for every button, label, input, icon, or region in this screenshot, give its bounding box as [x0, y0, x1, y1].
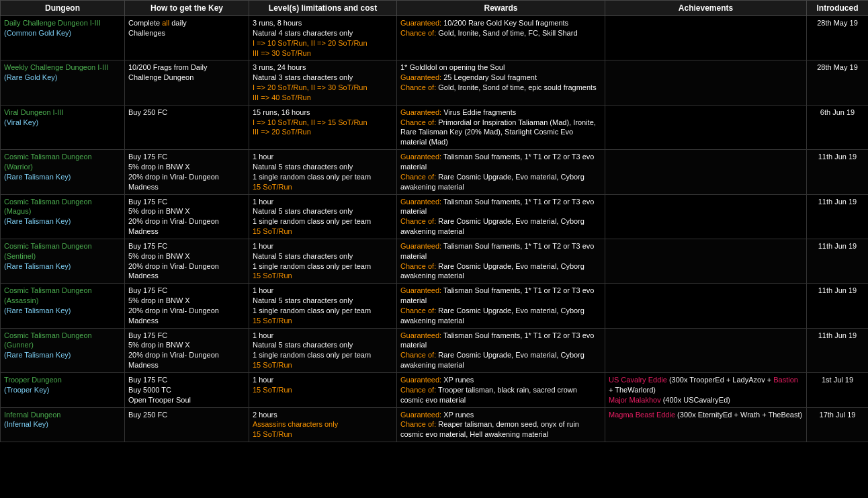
rewards-cell: Guaranteed: Talisman Soul framents, 1* T… — [397, 150, 605, 194]
dungeon-cell: Viral Dungeon I-III(Viral Key) — [1, 105, 125, 149]
dungeon-cell: Cosmic Talisman Dungeon (Magus)(Rare Tal… — [1, 194, 125, 239]
achievements-cell: Magma Beast Eddie (300x EternityEd + Wra… — [605, 407, 807, 442]
dungeon-cell: Trooper Dungeon(Trooper Key) — [1, 373, 125, 408]
achievements-cell — [605, 328, 807, 372]
rewards-cell: Guaranteed: Talisman Soul framents, 1* T… — [397, 328, 605, 372]
header-achievements: Achievements — [605, 1, 807, 16]
dungeon-name: Trooper Dungeon — [4, 375, 121, 385]
introduced-cell: 17th Jul 19 — [807, 407, 869, 442]
level-cell: 1 hourNatural 5 stars characters only1 s… — [249, 328, 397, 372]
introduced-cell: 11th Jun 19 — [807, 239, 869, 283]
achievements-cell — [605, 60, 807, 105]
key-name-label: (Rare Talisman Key) — [4, 306, 121, 316]
key-how-cell: Buy 175 FC5% drop in BNW X20% drop in Vi… — [125, 239, 249, 283]
table-row: Viral Dungeon I-III(Viral Key)Buy 250 FC… — [1, 105, 869, 149]
key-name-label: (Viral Key) — [4, 118, 121, 128]
table-row: Weekly Challenge Dungeon I-III(Rare Gold… — [1, 60, 869, 105]
key-name-label: (Infernal Key) — [4, 419, 121, 429]
introduced-cell: 11th Jun 19 — [807, 328, 869, 372]
achievements-cell — [605, 105, 807, 149]
header-introduced: Introduced — [807, 1, 869, 16]
key-how-cell: 10/200 Frags from DailyChallenge Dungeon — [125, 60, 249, 105]
introduced-cell: 28th May 19 — [807, 60, 869, 105]
rewards-cell: Guaranteed: 10/200 Rare Gold Key Soul fr… — [397, 16, 605, 60]
key-name-label: (Rare Talisman Key) — [4, 350, 121, 360]
level-cell: 1 hour15 SoT/Run — [249, 373, 397, 408]
introduced-cell: 6th Jun 19 — [807, 105, 869, 149]
key-how-cell: Buy 175 FCBuy 5000 TCOpen Trooper Soul — [125, 373, 249, 408]
rewards-cell: Guaranteed: Talisman Soul framents, 1* T… — [397, 194, 605, 239]
rewards-cell: Guaranteed: XP runesChance of: Reaper ta… — [397, 407, 605, 442]
key-name-label: (Common Gold Key) — [4, 28, 121, 38]
level-cell: 1 hourNatural 5 stars characters only1 s… — [249, 150, 397, 194]
dungeon-name: Cosmic Talisman Dungeon (Warrior) — [4, 152, 121, 172]
dungeon-name: Infernal Dungeon — [4, 410, 121, 420]
dungeon-cell: Cosmic Talisman Dungeon (Assassin)(Rare … — [1, 284, 125, 328]
header-rewards: Rewards — [397, 1, 605, 16]
table-row: Cosmic Talisman Dungeon (Magus)(Rare Tal… — [1, 194, 869, 239]
achievements-cell — [605, 284, 807, 328]
header-level: Level(s) limitations and cost — [249, 1, 397, 16]
key-how-cell: Complete all dailyChallenges — [125, 16, 249, 60]
dungeon-name: Daily Challenge Dungeon I-III — [4, 18, 121, 28]
dungeon-cell: Daily Challenge Dungeon I-III(Common Gol… — [1, 16, 125, 60]
dungeon-cell: Infernal Dungeon(Infernal Key) — [1, 407, 125, 442]
key-name-label: (Rare Talisman Key) — [4, 172, 121, 182]
introduced-cell: 11th Jun 19 — [807, 150, 869, 194]
achievements-cell — [605, 239, 807, 283]
key-name-label: (Rare Talisman Key) — [4, 261, 121, 272]
level-cell: 1 hourNatural 5 stars characters only1 s… — [249, 239, 397, 283]
achievements-cell — [605, 194, 807, 239]
table-row: Cosmic Talisman Dungeon (Warrior)(Rare T… — [1, 150, 869, 194]
key-name-label: (Rare Talisman Key) — [4, 216, 121, 226]
level-cell: 2 hoursAssassins characters only15 SoT/R… — [249, 407, 397, 442]
introduced-cell: 28th May 19 — [807, 16, 869, 60]
table-row: Cosmic Talisman Dungeon (Gunner)(Rare Ta… — [1, 328, 869, 372]
key-how-cell: Buy 250 FC — [125, 407, 249, 442]
introduced-cell: 1st Jul 19 — [807, 373, 869, 408]
dungeon-cell: Weekly Challenge Dungeon I-III(Rare Gold… — [1, 60, 125, 105]
key-how-cell: Buy 175 FC5% drop in BNW X20% drop in Vi… — [125, 150, 249, 194]
level-cell: 1 hourNatural 5 stars characters only1 s… — [249, 284, 397, 328]
achievements-cell — [605, 150, 807, 194]
rewards-cell: Guaranteed: Talisman Soul framents, 1* T… — [397, 239, 605, 283]
header-key: How to get the Key — [125, 1, 249, 16]
rewards-cell: Guaranteed: Virus Eddie fragmentsChance … — [397, 105, 605, 149]
dungeon-name: Cosmic Talisman Dungeon (Gunner) — [4, 331, 121, 351]
introduced-cell: 11th Jun 19 — [807, 194, 869, 239]
level-cell: 1 hourNatural 5 stars characters only1 s… — [249, 194, 397, 239]
key-how-cell: Buy 175 FC5% drop in BNW X20% drop in Vi… — [125, 328, 249, 372]
dungeon-name: Weekly Challenge Dungeon I-III — [4, 63, 121, 73]
achievements-cell — [605, 16, 807, 60]
dungeon-cell: Cosmic Talisman Dungeon (Gunner)(Rare Ta… — [1, 328, 125, 372]
dungeon-cell: Cosmic Talisman Dungeon (Sentinel)(Rare … — [1, 239, 125, 283]
rewards-cell: Guaranteed: XP runesChance of: Trooper t… — [397, 373, 605, 408]
introduced-cell: 11th Jun 19 — [807, 284, 869, 328]
table-row: Cosmic Talisman Dungeon (Assassin)(Rare … — [1, 284, 869, 328]
level-cell: 3 runs, 24 hoursNatural 3 stars characte… — [249, 60, 397, 105]
table-row: Cosmic Talisman Dungeon (Sentinel)(Rare … — [1, 239, 869, 283]
level-cell: 15 runs, 16 hoursI => 10 SoT/Run, II => … — [249, 105, 397, 149]
table-row: Trooper Dungeon(Trooper Key)Buy 175 FCBu… — [1, 373, 869, 408]
rewards-cell: Guaranteed: Talisman Soul framents, 1* T… — [397, 284, 605, 328]
dungeon-name: Cosmic Talisman Dungeon (Assassin) — [4, 286, 121, 306]
dungeon-name: Viral Dungeon I-III — [4, 108, 121, 118]
achievements-cell: US Cavalry Eddie (300x TrooperEd + LadyA… — [605, 373, 807, 408]
rewards-cell: 1* GoldIdol on opening the SoulGuarantee… — [397, 60, 605, 105]
dungeon-name: Cosmic Talisman Dungeon (Magus) — [4, 197, 121, 217]
key-how-cell: Buy 175 FC5% drop in BNW X20% drop in Vi… — [125, 194, 249, 239]
dungeon-name: Cosmic Talisman Dungeon (Sentinel) — [4, 241, 121, 261]
key-how-cell: Buy 175 FC5% drop in BNW X20% drop in Vi… — [125, 284, 249, 328]
table-row: Daily Challenge Dungeon I-III(Common Gol… — [1, 16, 869, 60]
dungeon-cell: Cosmic Talisman Dungeon (Warrior)(Rare T… — [1, 150, 125, 194]
key-name-label: (Rare Gold Key) — [4, 73, 121, 83]
level-cell: 3 runs, 8 hoursNatural 4 stars character… — [249, 16, 397, 60]
key-how-cell: Buy 250 FC — [125, 105, 249, 149]
header-row: Dungeon How to get the Key Level(s) limi… — [1, 1, 869, 16]
header-dungeon: Dungeon — [1, 1, 125, 16]
key-name-label: (Trooper Key) — [4, 385, 121, 395]
table-row: Infernal Dungeon(Infernal Key)Buy 250 FC… — [1, 407, 869, 442]
